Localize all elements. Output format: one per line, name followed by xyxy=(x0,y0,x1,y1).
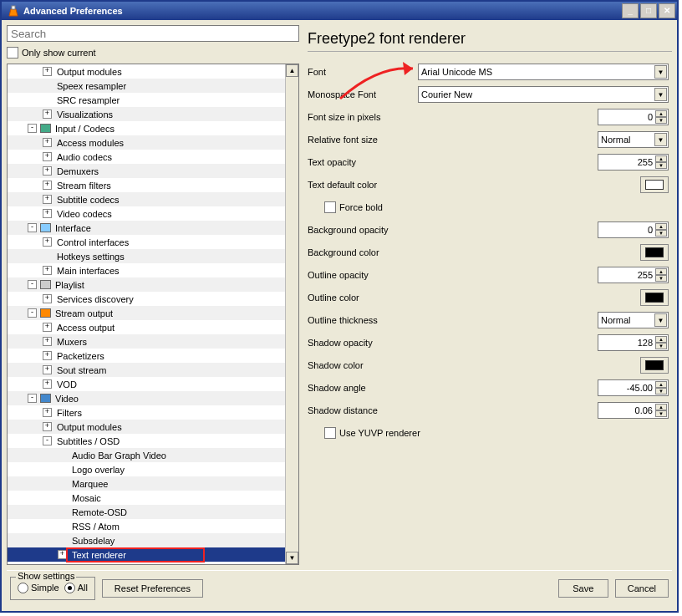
tree-item[interactable]: +Stream filters xyxy=(8,178,286,192)
tree-item[interactable]: Subsdelay xyxy=(8,533,286,547)
expand-icon[interactable]: + xyxy=(43,209,52,218)
tree-item[interactable]: Marquee xyxy=(8,476,286,491)
shadow-angle-input[interactable]: -45.00▲▼ xyxy=(598,379,669,396)
background-color-button[interactable] xyxy=(640,244,669,261)
monospace-font-select[interactable]: Courier New▼ xyxy=(418,86,669,103)
expand-icon[interactable]: + xyxy=(43,237,52,247)
spin-up-icon[interactable]: ▲ xyxy=(655,110,667,117)
spin-up-icon[interactable]: ▲ xyxy=(655,268,667,275)
collapse-icon[interactable]: - xyxy=(28,308,37,318)
spin-down-icon[interactable]: ▼ xyxy=(655,343,667,349)
collapse-icon[interactable]: - xyxy=(28,124,37,133)
shadow-color-button[interactable] xyxy=(640,357,669,374)
spin-down-icon[interactable]: ▼ xyxy=(655,275,667,282)
spin-up-icon[interactable]: ▲ xyxy=(655,404,667,410)
scroll-up-button[interactable]: ▲ xyxy=(286,64,298,77)
collapse-icon[interactable]: - xyxy=(28,280,37,289)
maximize-button[interactable]: □ xyxy=(640,3,657,18)
outline-thickness-select[interactable]: Normal▼ xyxy=(598,312,669,328)
tree-item[interactable]: SRC resampler xyxy=(8,93,286,107)
expand-icon[interactable]: + xyxy=(43,337,52,346)
expand-icon[interactable]: + xyxy=(43,266,52,275)
expand-icon[interactable]: + xyxy=(43,138,52,147)
tree-item[interactable]: +Sout stream xyxy=(8,363,286,377)
spin-up-icon[interactable]: ▲ xyxy=(655,336,667,343)
tree-item[interactable]: +Access modules xyxy=(8,135,286,150)
spin-up-icon[interactable]: ▲ xyxy=(655,223,667,230)
expand-icon[interactable]: + xyxy=(43,195,52,204)
shadow-distance-input[interactable]: 0.06▲▼ xyxy=(598,402,669,419)
tree-item[interactable]: -Video xyxy=(8,391,286,405)
tree-item[interactable]: -Stream output xyxy=(8,306,286,320)
shadow-opacity-input[interactable]: 128▲▼ xyxy=(598,334,669,351)
tree-item[interactable]: +Muxers xyxy=(8,334,286,349)
tree-item[interactable]: +Services discovery xyxy=(8,292,286,306)
tree-item[interactable]: Speex resampler xyxy=(8,79,286,93)
outline-opacity-input[interactable]: 255▲▼ xyxy=(598,267,669,283)
force-bold-checkbox[interactable]: Force bold xyxy=(324,201,383,213)
tree-item[interactable]: +Access output xyxy=(8,320,286,334)
tree-item[interactable]: +Video codecs xyxy=(8,206,286,221)
tree-item[interactable]: +Output modules xyxy=(8,64,286,79)
tree-item[interactable]: -Playlist xyxy=(8,277,286,292)
expand-icon[interactable]: + xyxy=(43,152,52,161)
text-color-button[interactable] xyxy=(640,176,669,193)
tree-item[interactable]: +Subtitle codecs xyxy=(8,192,286,206)
spin-up-icon[interactable]: ▲ xyxy=(655,381,667,388)
font-select[interactable]: Arial Unicode MS▼ xyxy=(418,64,669,80)
tree-item[interactable]: -Interface xyxy=(8,221,286,235)
yuvp-checkbox[interactable]: Use YUVP renderer xyxy=(324,427,420,439)
expand-icon[interactable]: + xyxy=(43,365,52,374)
tree-item[interactable]: +Packetizers xyxy=(8,349,286,363)
tree-scrollbar[interactable]: ▲ ▼ xyxy=(285,64,298,564)
scroll-down-button[interactable]: ▼ xyxy=(286,552,298,564)
close-button[interactable]: ✕ xyxy=(659,3,675,18)
expand-icon[interactable]: + xyxy=(58,550,67,559)
spin-up-icon[interactable]: ▲ xyxy=(655,155,667,162)
tree-item[interactable]: +Audio codecs xyxy=(8,150,286,164)
collapse-icon[interactable]: - xyxy=(28,394,37,403)
minimize-button[interactable]: _ xyxy=(622,3,639,18)
reset-button[interactable]: Reset Preferences xyxy=(102,579,203,598)
tree-item[interactable]: +Demuxers xyxy=(8,164,286,178)
tree-item[interactable]: -Subtitles / OSD xyxy=(8,434,286,448)
tree-item[interactable]: +Control interfaces xyxy=(8,235,286,249)
tree-item[interactable]: -Input / Codecs xyxy=(8,121,286,135)
expand-icon[interactable]: + xyxy=(43,294,52,303)
expand-icon[interactable]: + xyxy=(43,166,52,176)
expand-icon[interactable]: + xyxy=(43,351,52,360)
tree-item[interactable]: Mosaic xyxy=(8,491,286,505)
tree-item[interactable]: +Filters xyxy=(8,405,286,420)
save-button[interactable]: Save xyxy=(558,579,608,598)
expand-icon[interactable]: + xyxy=(43,323,52,332)
tree-item[interactable]: +Text renderer xyxy=(8,547,286,562)
expand-icon[interactable]: + xyxy=(43,67,52,76)
tree-item[interactable]: +Main interfaces xyxy=(8,263,286,277)
preferences-tree[interactable]: +Output modulesSpeex resamplerSRC resamp… xyxy=(8,64,286,564)
expand-icon[interactable]: + xyxy=(43,109,52,119)
expand-icon[interactable]: + xyxy=(43,408,52,417)
tree-item[interactable]: Remote-OSD xyxy=(8,505,286,519)
spin-down-icon[interactable]: ▼ xyxy=(655,117,667,124)
tree-item[interactable]: Logo overlay xyxy=(8,462,286,476)
tree-item[interactable]: RSS / Atom xyxy=(8,519,286,533)
tree-item[interactable]: Audio Bar Graph Video xyxy=(8,448,286,462)
only-show-current-checkbox[interactable]: Only show current xyxy=(7,47,299,59)
tree-item[interactable]: +Output modules xyxy=(8,420,286,434)
expand-icon[interactable]: + xyxy=(43,422,52,431)
collapse-icon[interactable]: - xyxy=(43,436,52,445)
spin-down-icon[interactable]: ▼ xyxy=(655,410,667,417)
background-opacity-input[interactable]: 0▲▼ xyxy=(598,221,669,238)
collapse-icon[interactable]: - xyxy=(28,223,37,232)
outline-color-button[interactable] xyxy=(640,289,669,306)
font-size-input[interactable]: 0▲▼ xyxy=(598,109,669,125)
spin-down-icon[interactable]: ▼ xyxy=(655,230,667,237)
expand-icon[interactable]: + xyxy=(43,379,52,389)
tree-item[interactable]: +Visualizations xyxy=(8,107,286,121)
simple-radio[interactable]: Simple xyxy=(18,583,59,593)
spin-down-icon[interactable]: ▼ xyxy=(655,162,667,169)
tree-item[interactable]: Hotkeys settings xyxy=(8,249,286,263)
expand-icon[interactable]: + xyxy=(43,181,52,190)
all-radio[interactable]: All xyxy=(64,583,88,593)
tree-item[interactable]: +VOD xyxy=(8,377,286,391)
